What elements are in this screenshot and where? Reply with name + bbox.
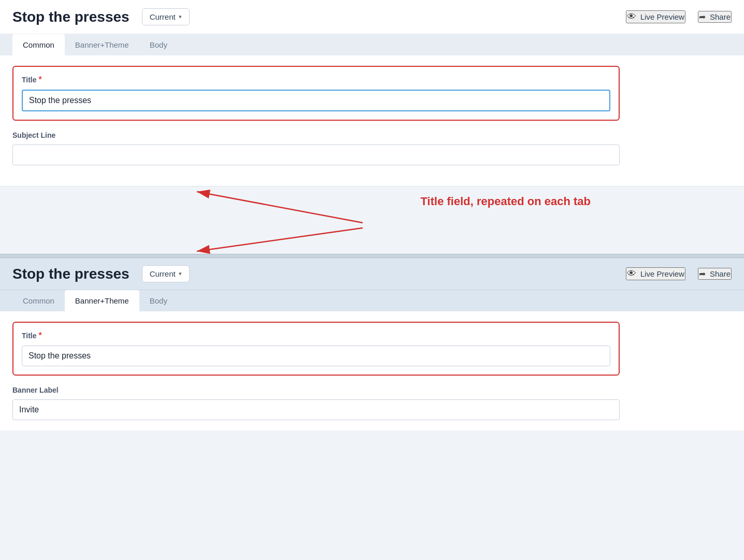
version-dropdown[interactable]: Current ▾ bbox=[142, 8, 190, 25]
eye-icon: 👁 bbox=[627, 11, 636, 22]
subject-line-label: Subject Line bbox=[12, 131, 620, 139]
title-input[interactable] bbox=[22, 90, 610, 111]
tab-body-2[interactable]: Body bbox=[139, 290, 178, 311]
tab-common[interactable]: Common bbox=[12, 34, 65, 56]
eye-icon-2: 👁 bbox=[627, 268, 636, 279]
panel-divider bbox=[0, 254, 744, 258]
panel-1-content: Title * Subject Line bbox=[0, 55, 632, 186]
annotation-text: Title field, repeated on each tab bbox=[421, 194, 591, 209]
version-label-2: Current bbox=[150, 269, 176, 278]
share-icon-2: ➦ bbox=[699, 269, 706, 279]
chevron-down-icon: ▾ bbox=[179, 13, 182, 20]
title-input-2[interactable] bbox=[22, 346, 610, 366]
title-field-section: Title * bbox=[12, 66, 620, 121]
required-indicator-2: * bbox=[39, 331, 42, 340]
share-label: Share bbox=[710, 12, 731, 21]
live-preview-label: Live Preview bbox=[640, 12, 684, 21]
panel-2-header: Stop the presses Current ▾ 👁 Live Previe… bbox=[0, 258, 744, 290]
share-label-2: Share bbox=[710, 269, 731, 278]
title-field-label: Title * bbox=[22, 75, 610, 84]
svg-line-1 bbox=[197, 192, 363, 223]
main-wrapper: Stop the presses Current ▾ 👁 Live Previe… bbox=[0, 0, 744, 430]
title-field-section-2: Title * bbox=[12, 322, 620, 376]
header-actions-2: 👁 Live Preview ➦ Share bbox=[626, 267, 732, 280]
subject-line-section: Subject Line bbox=[12, 131, 620, 165]
live-preview-button[interactable]: 👁 Live Preview bbox=[626, 10, 685, 23]
banner-label-label: Banner Label bbox=[12, 386, 620, 394]
share-icon: ➦ bbox=[699, 12, 706, 22]
page-title-2: Stop the presses bbox=[12, 266, 130, 282]
share-button[interactable]: ➦ Share bbox=[698, 11, 732, 23]
share-button-2[interactable]: ➦ Share bbox=[698, 268, 732, 280]
panel-2: Stop the presses Current ▾ 👁 Live Previe… bbox=[0, 258, 744, 430]
tab-banner-theme-2[interactable]: Banner+Theme bbox=[65, 290, 139, 312]
page-title: Stop the presses bbox=[12, 9, 130, 25]
annotation-area: Title field, repeated on each tab bbox=[0, 186, 632, 254]
title-field-label-2: Title * bbox=[22, 331, 610, 340]
subject-line-input[interactable] bbox=[12, 145, 620, 165]
version-dropdown-2[interactable]: Current ▾ bbox=[142, 265, 190, 282]
required-indicator: * bbox=[39, 75, 42, 84]
svg-line-2 bbox=[197, 228, 363, 251]
panel-1-header: Stop the presses Current ▾ 👁 Live Previe… bbox=[0, 0, 744, 34]
panel-2-tabs: Common Banner+Theme Body bbox=[0, 290, 744, 311]
tab-common-2[interactable]: Common bbox=[12, 290, 65, 311]
banner-label-section: Banner Label bbox=[12, 386, 620, 420]
live-preview-button-2[interactable]: 👁 Live Preview bbox=[626, 267, 685, 280]
tab-banner-theme[interactable]: Banner+Theme bbox=[65, 34, 139, 55]
version-label: Current bbox=[150, 12, 176, 21]
tab-body[interactable]: Body bbox=[139, 34, 178, 55]
panel-1: Stop the presses Current ▾ 👁 Live Previe… bbox=[0, 0, 744, 186]
live-preview-label-2: Live Preview bbox=[640, 269, 684, 278]
header-actions: 👁 Live Preview ➦ Share bbox=[626, 10, 732, 23]
chevron-down-icon-2: ▾ bbox=[179, 270, 182, 277]
banner-label-input[interactable] bbox=[12, 399, 620, 420]
panel-2-content: Title * Banner Label bbox=[0, 311, 632, 430]
panel-1-tabs: Common Banner+Theme Body bbox=[0, 34, 744, 55]
